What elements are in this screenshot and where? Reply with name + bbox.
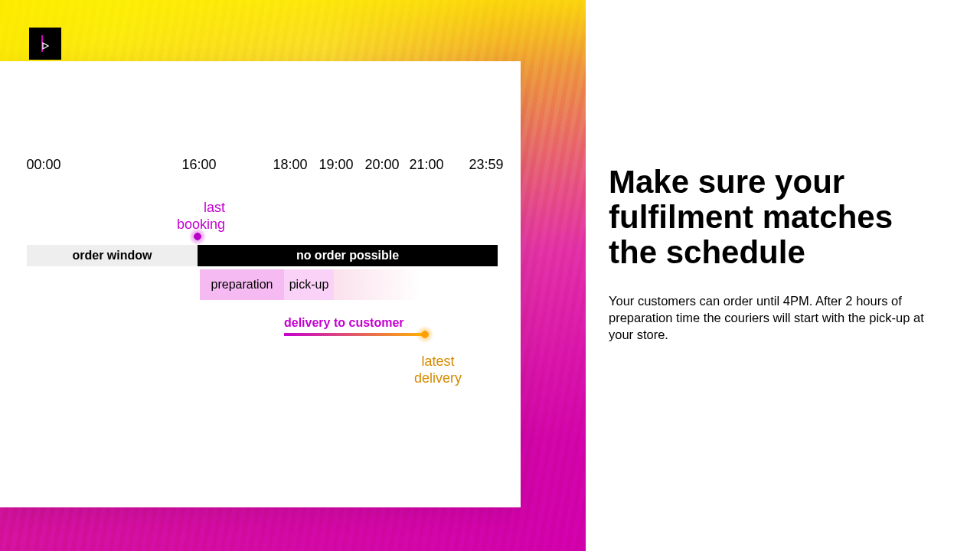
- tick-1900: 19:00: [318, 157, 353, 173]
- last-booking-marker: [189, 228, 206, 245]
- order-window-segment: order window: [27, 245, 198, 266]
- tick-2000: 20:00: [364, 157, 399, 173]
- tick-1800: 18:00: [273, 157, 307, 173]
- last-booking-label: last booking: [177, 200, 225, 233]
- latest-delivery-label: latest delivery: [414, 354, 462, 386]
- pickup-segment: pick-up: [284, 269, 334, 300]
- brand-logo: [29, 28, 61, 60]
- page-description: Your customers can order until 4PM. Afte…: [609, 292, 946, 344]
- tick-2359: 23:59: [469, 157, 503, 173]
- delivery-label: delivery to customer: [284, 316, 404, 330]
- latest-delivery-marker: [416, 326, 433, 343]
- prep-pickup-row: preparation pick-up: [200, 269, 422, 300]
- delivery-bar: [284, 333, 426, 336]
- tick-1600: 16:00: [181, 157, 216, 173]
- play-icon: [40, 35, 51, 52]
- time-axis: 00:00 16:00 18:00 19:00 20:00 21:00 23:5…: [27, 157, 501, 177]
- pickup-fade: [334, 269, 422, 300]
- tick-2100: 21:00: [409, 157, 443, 173]
- timeline-card: 00:00 16:00 18:00 19:00 20:00 21:00 23:5…: [0, 61, 521, 507]
- svg-marker-1: [43, 43, 48, 49]
- page-title: Make sure your fulfilment matches the sc…: [609, 165, 946, 271]
- tick-0000: 00:00: [26, 157, 60, 173]
- no-order-segment: no order possible: [198, 245, 498, 266]
- order-bar-row: order window no order possible: [27, 245, 498, 266]
- right-text-panel: Make sure your fulfilment matches the sc…: [609, 165, 946, 343]
- preparation-segment: preparation: [200, 269, 284, 300]
